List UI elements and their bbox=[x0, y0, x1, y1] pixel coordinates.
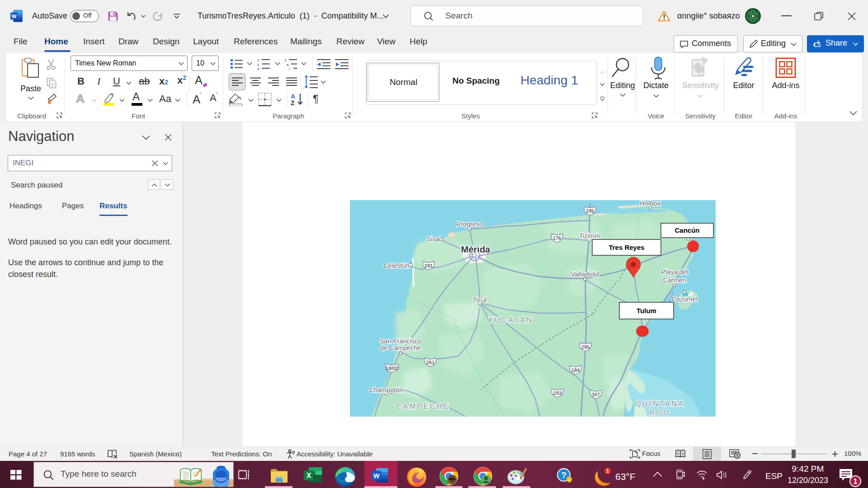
svg-text:X: X bbox=[307, 472, 311, 479]
svg-text:QUINTANA: QUINTANA bbox=[635, 400, 684, 408]
svg-text:307: 307 bbox=[592, 392, 600, 397]
svg-text:184: 184 bbox=[571, 367, 580, 373]
svg-text:San Francisco: San Francisco bbox=[380, 338, 422, 345]
svg-text:Cancún: Cancún bbox=[675, 226, 699, 234]
svg-text:CAMPECHE: CAMPECHE bbox=[396, 403, 450, 410]
svg-text:1: 1 bbox=[257, 58, 259, 62]
svg-text:Playa del: Playa del bbox=[661, 268, 688, 276]
svg-text:Progreso: Progreso bbox=[457, 221, 483, 228]
svg-text:295: 295 bbox=[586, 208, 594, 214]
svg-text:281: 281 bbox=[425, 263, 433, 268]
svg-text:Celestún: Celestún bbox=[383, 262, 409, 269]
svg-text:2: 2 bbox=[257, 63, 259, 67]
svg-text:3: 3 bbox=[257, 67, 259, 70]
svg-text:de Campeche: de Campeche bbox=[380, 344, 421, 352]
svg-text:Tulum: Tulum bbox=[637, 307, 656, 314]
svg-text:a: a bbox=[287, 63, 289, 67]
svg-text:?: ? bbox=[561, 470, 566, 480]
svg-text:1: 1 bbox=[606, 468, 609, 474]
svg-text:YUCATÁN: YUCATÁN bbox=[488, 316, 533, 324]
svg-text:Tres Reyes: Tres Reyes bbox=[609, 244, 644, 251]
svg-text:W: W bbox=[373, 472, 380, 479]
svg-text:176: 176 bbox=[553, 235, 561, 241]
svg-text:1: 1 bbox=[853, 477, 857, 485]
svg-text:Cozumel: Cozumel bbox=[671, 296, 697, 303]
svg-text:180D: 180D bbox=[386, 366, 399, 371]
svg-text:1: 1 bbox=[284, 58, 287, 62]
svg-text:Ticul: Ticul bbox=[473, 296, 486, 304]
svg-text:Mérida: Mérida bbox=[461, 244, 491, 254]
svg-text:W: W bbox=[12, 14, 17, 19]
svg-text:i: i bbox=[569, 478, 570, 482]
svg-text:Valladolid: Valladolid bbox=[571, 271, 599, 278]
svg-text:A: A bbox=[291, 93, 295, 100]
svg-text:Champotón: Champotón bbox=[369, 386, 403, 394]
svg-text:Carmen: Carmen bbox=[663, 277, 686, 284]
svg-text:Holbox: Holbox bbox=[640, 200, 660, 207]
svg-text:i: i bbox=[289, 67, 290, 70]
svg-text:Sisal: Sisal bbox=[426, 235, 440, 243]
svg-text:Z: Z bbox=[291, 99, 295, 106]
svg-text:261: 261 bbox=[426, 360, 434, 365]
svg-text:295: 295 bbox=[581, 344, 590, 350]
svg-text:293: 293 bbox=[553, 390, 561, 396]
svg-text:Tizimín: Tizimín bbox=[579, 232, 600, 239]
svg-text:ROO: ROO bbox=[650, 409, 671, 417]
svg-text:?: ? bbox=[292, 450, 295, 455]
